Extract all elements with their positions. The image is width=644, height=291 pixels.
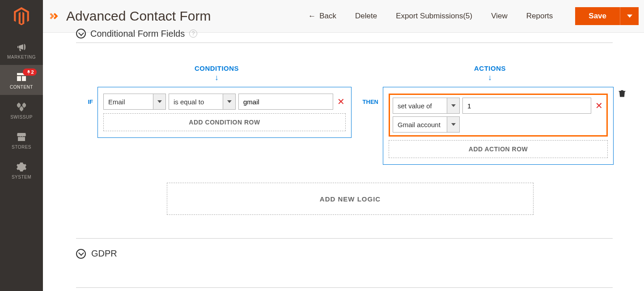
delete-button[interactable]: Delete — [355, 12, 377, 21]
action-highlight: set value of ✕ Gmail account — [389, 94, 608, 137]
brand-chevrons-icon — [49, 10, 62, 22]
actions-panel: set value of ✕ Gmail account — [383, 87, 614, 165]
conditions-heading: CONDITIONS — [93, 64, 340, 72]
arrow-down-icon: ↓ — [366, 73, 614, 82]
trash-icon — [618, 90, 626, 98]
nav-label: SWISSUP — [0, 115, 43, 120]
bell-icon — [26, 70, 31, 74]
section-gdpr[interactable]: GDPR — [76, 238, 613, 269]
admin-sidebar: MARKETING CONTENT 2 SWISSUP STORES SYSTE… — [0, 0, 43, 291]
back-button[interactable]: ← Back — [308, 12, 336, 21]
nav-label: CONTENT — [0, 85, 43, 90]
conditions-panel: Email is equal to ✕ ADD CONDITION ROW — [97, 87, 352, 138]
save-dropdown-toggle[interactable] — [620, 7, 639, 25]
then-label: THEN — [356, 87, 378, 105]
nav-marketing[interactable]: MARKETING — [0, 35, 43, 65]
export-button[interactable]: Export Submissions(5) — [396, 12, 472, 21]
if-label: IF — [74, 87, 93, 105]
arrow-down-icon: ↓ — [93, 73, 340, 82]
main-content: Advanced Contact Form ← Back Delete Expo… — [43, 0, 644, 291]
action-target-select[interactable]: Gmail account — [393, 116, 460, 133]
help-icon[interactable]: ? — [189, 30, 197, 38]
magento-logo[interactable] — [13, 0, 30, 35]
page-title: Advanced Contact Form — [66, 9, 211, 24]
delete-logic-button[interactable] — [618, 87, 626, 99]
nav-system[interactable]: SYSTEM — [0, 155, 43, 185]
select-value: set value of — [393, 102, 447, 110]
view-button[interactable]: View — [491, 12, 508, 21]
action-value-input[interactable] — [462, 98, 591, 114]
nav-label: SYSTEM — [0, 175, 43, 180]
badge-count: 2 — [31, 69, 34, 75]
select-value: Email — [104, 98, 153, 106]
store-icon — [0, 131, 43, 143]
expand-icon — [76, 249, 86, 259]
reports-button[interactable]: Reports — [526, 12, 553, 21]
gear-icon — [0, 161, 43, 173]
hex-icon — [0, 101, 43, 113]
action-type-select[interactable]: set value of — [393, 98, 460, 114]
nav-content[interactable]: CONTENT 2 — [0, 65, 43, 95]
save-button[interactable]: Save — [575, 7, 620, 25]
select-value: Gmail account — [393, 121, 447, 128]
condition-operator-select[interactable]: is equal to — [169, 94, 236, 110]
notification-badge[interactable]: 2 — [23, 68, 37, 76]
section-title: Conditional Form Fields — [90, 29, 185, 39]
nav-label: STORES — [0, 145, 43, 150]
nav-swissup[interactable]: SWISSUP — [0, 95, 43, 125]
add-new-logic-button[interactable]: ADD NEW LOGIC — [167, 183, 534, 215]
chevron-down-icon — [447, 117, 459, 132]
actions-heading: ACTIONS — [366, 64, 614, 72]
nav-label: MARKETING — [0, 55, 43, 60]
back-label: Back — [319, 12, 336, 21]
section-conditional-fields[interactable]: Conditional Form Fields ? — [76, 25, 613, 43]
section-coupon[interactable]: Coupon — [76, 287, 613, 291]
condition-field-select[interactable]: Email — [103, 94, 166, 110]
chevron-down-icon — [153, 94, 165, 109]
expand-icon — [76, 29, 86, 39]
add-condition-row-button[interactable]: ADD CONDITION ROW — [103, 113, 346, 131]
select-value: is equal to — [169, 98, 223, 106]
remove-action-button[interactable]: ✕ — [594, 100, 604, 111]
condition-value-input[interactable] — [238, 94, 333, 110]
nav-stores[interactable]: STORES — [0, 125, 43, 155]
remove-condition-button[interactable]: ✕ — [336, 96, 346, 107]
megaphone-icon — [0, 41, 43, 53]
chevron-down-icon — [223, 94, 235, 109]
add-action-row-button[interactable]: ADD ACTION ROW — [389, 140, 608, 158]
arrow-left-icon: ← — [308, 12, 316, 21]
section-title: GDPR — [91, 248, 117, 259]
chevron-down-icon — [447, 98, 459, 113]
chevron-down-icon — [627, 13, 632, 19]
